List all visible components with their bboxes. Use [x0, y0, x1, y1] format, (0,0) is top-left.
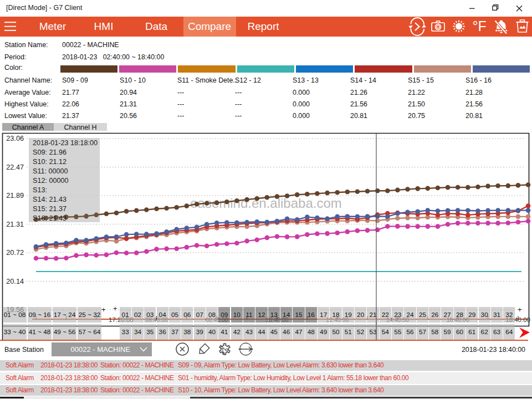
svg-text:20.14: 20.14: [6, 278, 24, 285]
svg-text:23.06: 23.06: [6, 135, 24, 142]
svg-text:°F: °F: [473, 18, 487, 34]
svg-text:20.72: 20.72: [6, 249, 24, 257]
svg-text:22.47: 22.47: [6, 163, 24, 171]
svg-text:21.31: 21.31: [6, 221, 24, 228]
svg-text:21.89: 21.89: [6, 192, 24, 200]
